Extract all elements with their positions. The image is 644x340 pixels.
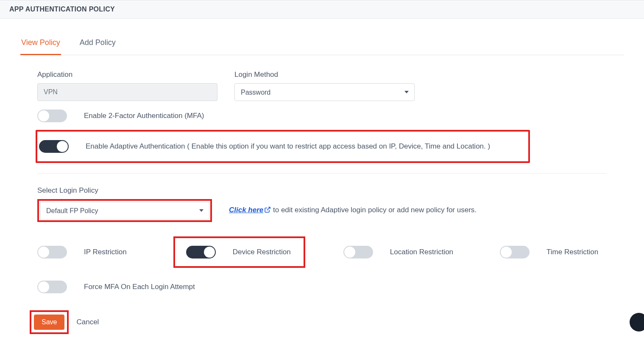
location-restriction-toggle[interactable]: [343, 246, 373, 259]
login-method-label: Login Method: [234, 70, 415, 79]
mfa-toggle[interactable]: [37, 110, 67, 122]
adaptive-auth-label: Enable Adaptive Authentication ( Enable …: [86, 142, 490, 151]
force-mfa-label: Force MFA On Each Login Attempt: [84, 283, 195, 291]
page-header: APP AUTHENTICATION POLICY: [0, 0, 644, 19]
time-restriction-label: Time Restriction: [546, 248, 598, 256]
page-title: APP AUTHENTICATION POLICY: [9, 6, 635, 13]
form-section: Application Login Method Password Enable…: [20, 70, 624, 334]
tab-add-policy[interactable]: Add Policy: [79, 36, 117, 55]
device-restriction-toggle[interactable]: [186, 246, 216, 259]
ip-restriction-label: IP Restriction: [84, 248, 127, 256]
adaptive-auth-highlight: Enable Adaptive Authentication ( Enable …: [36, 130, 530, 163]
location-restriction-label: Location Restriction: [390, 248, 453, 256]
save-button-highlight: Save: [30, 310, 69, 334]
click-here-link[interactable]: Click here: [229, 206, 263, 214]
adaptive-auth-toggle[interactable]: [39, 140, 69, 153]
force-mfa-toggle[interactable]: [37, 281, 67, 293]
login-policy-select[interactable]: Default FP Policy: [40, 202, 209, 219]
save-button[interactable]: Save: [34, 315, 64, 330]
ip-restriction-toggle[interactable]: [37, 246, 67, 259]
mfa-toggle-label: Enable 2-Factor Authentication (MFA): [84, 112, 204, 120]
cancel-button[interactable]: Cancel: [76, 318, 99, 326]
policy-help-text: Click here to edit existing Adaptive log…: [229, 206, 477, 215]
tab-view-policy[interactable]: View Policy: [20, 36, 61, 55]
tabs: View Policy Add Policy: [20, 36, 624, 55]
time-restriction-toggle[interactable]: [500, 246, 530, 259]
login-method-select[interactable]: Password: [234, 83, 415, 101]
policy-help-suffix: to edit existing Adaptive login policy o…: [271, 206, 477, 214]
external-link-icon: [264, 206, 271, 215]
application-input[interactable]: [37, 83, 217, 101]
content: View Policy Add Policy Application Login…: [0, 19, 644, 340]
device-restriction-label: Device Restriction: [233, 248, 291, 256]
login-policy-highlight: Default FP Policy: [37, 199, 212, 222]
application-label: Application: [37, 70, 217, 79]
select-login-policy-label: Select Login Policy: [37, 186, 607, 195]
device-restriction-highlight: Device Restriction: [173, 236, 305, 268]
divider: [37, 173, 607, 174]
svg-line-0: [267, 207, 270, 210]
